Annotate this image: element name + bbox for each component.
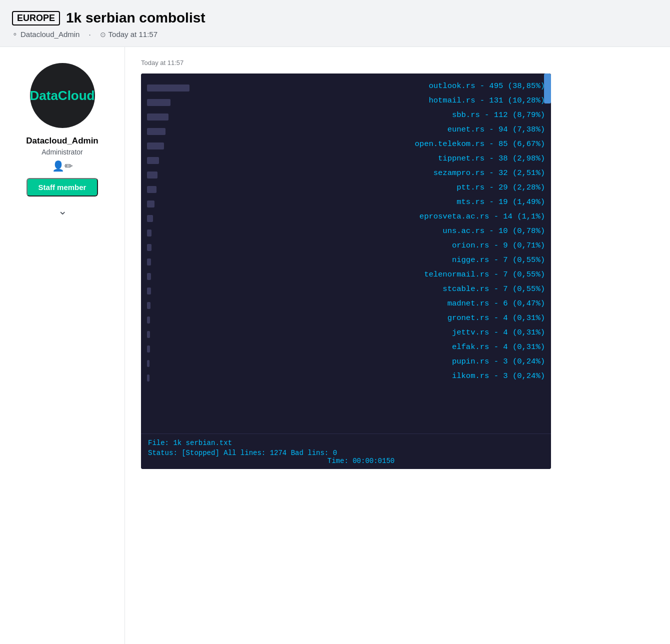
data-label: open.telekom.rs - 85 (6,67%) (415, 138, 545, 150)
avatar-text: DataCloud (30, 88, 95, 104)
bar (147, 114, 168, 120)
bar-item (147, 329, 192, 340)
data-label: jettv.rs - 4 (0,31%) (452, 327, 545, 338)
bar (147, 244, 152, 251)
bar-item (147, 256, 192, 268)
bar (147, 258, 151, 266)
expand-chevron-icon[interactable]: ⌄ (58, 204, 67, 218)
title-row: EUROPE 1k serbian combolist (12, 10, 658, 26)
staff-member-button[interactable]: Staff member (26, 178, 98, 196)
bar (147, 302, 150, 309)
bar (147, 360, 150, 367)
bar-item (147, 170, 192, 180)
bars-column (147, 80, 192, 428)
data-label: uns.ac.rs - 10 (0,78%) (442, 226, 545, 236)
bar-item (147, 286, 192, 296)
bar-item (147, 228, 192, 238)
bar-item (147, 372, 192, 384)
bar-item (147, 198, 192, 210)
main-content: Today at 11:57 outlook.rs - 495 (38,85%)… (125, 47, 670, 644)
page-header: EUROPE 1k serbian combolist ⚬ Datacloud_… (0, 0, 670, 47)
bar-item (147, 358, 192, 369)
bar (147, 288, 151, 294)
bar-item (147, 300, 192, 311)
bar-item (147, 344, 192, 354)
data-label: outlook.rs - 495 (38,85%) (428, 80, 545, 92)
user-sidebar: DataCloud Datacloud_Admin Administrator … (0, 47, 125, 644)
bar (147, 316, 150, 324)
status-file: File: 1k serbian.txt (148, 439, 544, 447)
bar-item (147, 155, 192, 166)
bar (147, 331, 150, 338)
user-role: Administrator (42, 148, 82, 156)
data-label: orion.rs - 9 (0,71%) (452, 240, 545, 251)
bar (147, 142, 164, 150)
bar-item (147, 271, 192, 282)
status-info-text: Status: [Stopped] All lines: 1274 Bad li… (148, 449, 337, 457)
bar-item (147, 242, 192, 253)
author-name: Datacloud_Admin (20, 30, 80, 38)
bar (147, 374, 150, 382)
meta-dot: · (88, 30, 90, 38)
status-time: Time: 00:00:0150 (148, 457, 544, 465)
data-label: gronet.rs - 4 (0,31%) (448, 312, 545, 324)
data-label: pupin.rs - 3 (0,24%) (452, 356, 545, 367)
bar (147, 128, 166, 135)
data-label: elfak.rs - 4 (0,31%) (452, 342, 545, 352)
status-info: Status: [Stopped] All lines: 1274 Bad li… (148, 449, 544, 457)
timestamp-meta: ⊙ Today at 11:57 (100, 30, 158, 38)
bar-item (147, 314, 192, 326)
bar (147, 186, 156, 193)
data-label: sezampro.rs - 32 (2,51%) (434, 168, 545, 178)
data-label: madnet.rs - 6 (0,47%) (448, 298, 545, 309)
region-tag: EUROPE (12, 11, 60, 26)
bar (147, 172, 158, 178)
main-layout: DataCloud Datacloud_Admin Administrator … (0, 47, 670, 644)
bar-item (147, 126, 192, 137)
username-display: Datacloud_Admin (26, 136, 98, 146)
avatar: DataCloud (30, 63, 95, 128)
data-label: ilkom.rs - 3 (0,24%) (452, 370, 545, 382)
data-label: sbb.rs - 112 (8,79%) (452, 110, 545, 120)
bar-item (147, 184, 192, 195)
data-label: nigge.rs - 7 (0,55%) (452, 254, 545, 266)
data-label: telenormail.rs - 7 (0,55%) (424, 269, 545, 280)
clock-icon: ⊙ (100, 30, 106, 38)
scrollbar-indicator[interactable] (544, 74, 551, 104)
labels-column: outlook.rs - 495 (38,85%)hotmail.rs - 13… (197, 80, 545, 428)
header-timestamp: Today at 11:57 (108, 30, 158, 38)
data-label: eprosveta.ac.rs - 14 (1,1%) (420, 211, 545, 222)
status-bar: File: 1k serbian.txt Status: [Stopped] A… (141, 434, 551, 469)
bar-item (147, 112, 192, 122)
data-panel: outlook.rs - 495 (38,85%)hotmail.rs - 13… (141, 74, 551, 469)
chart-area: outlook.rs - 495 (38,85%)hotmail.rs - 13… (141, 74, 551, 434)
data-label: stcable.rs - 7 (0,55%) (442, 284, 545, 294)
bar (147, 200, 154, 208)
data-label: ptt.rs - 29 (2,28%) (456, 182, 545, 193)
page-title: 1k serbian combolist (66, 10, 206, 26)
bar (147, 157, 159, 164)
bar-item (147, 140, 192, 152)
bar (147, 346, 150, 352)
data-label: tippnet.rs - 38 (2,98%) (438, 153, 545, 164)
user-icon: ⚬ (12, 30, 18, 38)
bar (147, 99, 170, 106)
bar-item (147, 82, 192, 94)
author-meta: ⚬ Datacloud_Admin (12, 30, 80, 38)
data-label: mts.rs - 19 (1,49%) (456, 196, 545, 208)
bar (147, 84, 190, 92)
bar (147, 230, 152, 236)
bar-item (147, 213, 192, 224)
bar-item (147, 97, 192, 108)
bar (147, 215, 153, 222)
data-label: eunet.rs - 94 (7,38%) (448, 124, 545, 135)
message-timestamp: Today at 11:57 (141, 59, 654, 66)
header-meta: ⚬ Datacloud_Admin · ⊙ Today at 11:57 (12, 30, 658, 38)
bar (147, 273, 151, 280)
edit-profile-icon[interactable]: 👤✏ (52, 160, 73, 172)
data-label: hotmail.rs - 131 (10,28%) (428, 95, 545, 106)
